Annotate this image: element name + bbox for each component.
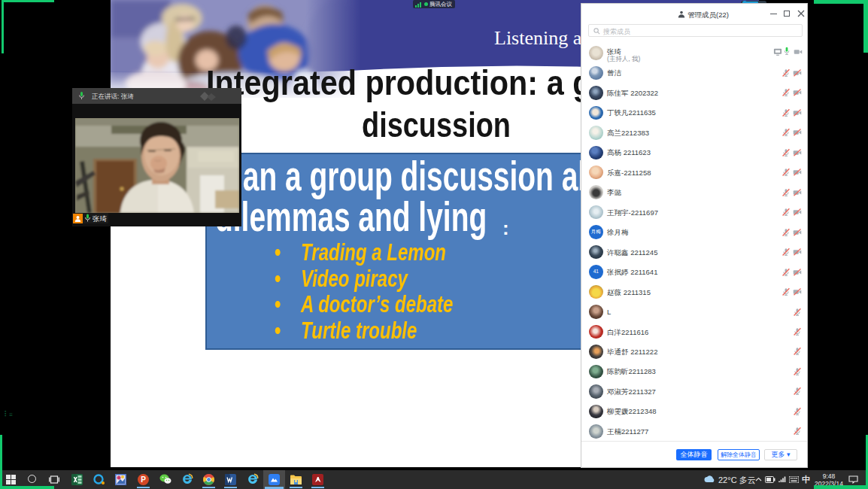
svg-text:P: P — [141, 475, 146, 484]
